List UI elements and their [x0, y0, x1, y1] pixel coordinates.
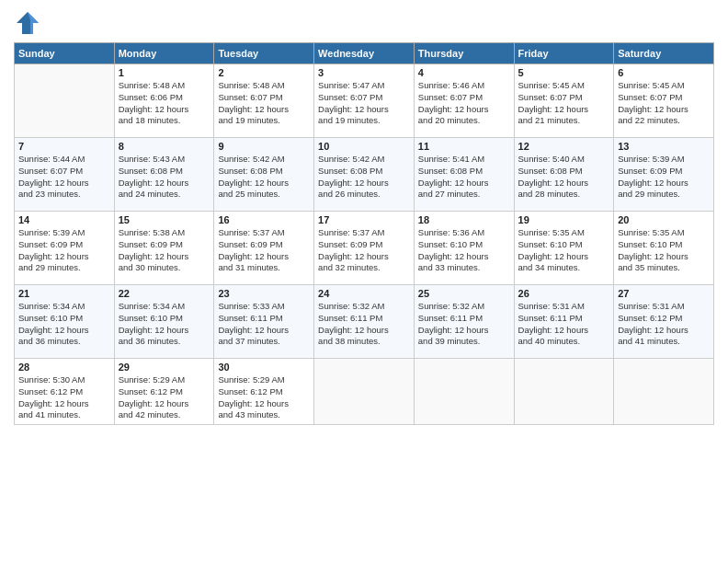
- calendar-cell: [414, 359, 514, 425]
- day-number: 1: [119, 67, 210, 78]
- day-info: Sunrise: 5:45 AM Sunset: 6:07 PM Dayligh…: [518, 80, 610, 127]
- day-number: 15: [119, 214, 210, 225]
- calendar-cell: 26Sunrise: 5:31 AM Sunset: 6:11 PM Dayli…: [514, 285, 614, 359]
- calendar-cell: 23Sunrise: 5:33 AM Sunset: 6:11 PM Dayli…: [214, 285, 314, 359]
- header: [14, 9, 714, 37]
- calendar-week-2: 7Sunrise: 5:44 AM Sunset: 6:07 PM Daylig…: [15, 138, 714, 212]
- calendar-cell: 24Sunrise: 5:32 AM Sunset: 6:11 PM Dayli…: [314, 285, 415, 359]
- day-number: 3: [318, 67, 410, 78]
- day-info: Sunrise: 5:32 AM Sunset: 6:11 PM Dayligh…: [318, 301, 410, 348]
- day-number: 6: [618, 67, 710, 78]
- calendar-cell: 11Sunrise: 5:41 AM Sunset: 6:08 PM Dayli…: [414, 138, 514, 212]
- day-number: 21: [18, 288, 110, 299]
- calendar-cell: 14Sunrise: 5:39 AM Sunset: 6:09 PM Dayli…: [15, 212, 115, 285]
- calendar-cell: 25Sunrise: 5:32 AM Sunset: 6:11 PM Dayli…: [414, 285, 514, 359]
- page: SundayMondayTuesdayWednesdayThursdayFrid…: [0, 0, 728, 563]
- day-info: Sunrise: 5:39 AM Sunset: 6:09 PM Dayligh…: [18, 227, 110, 274]
- calendar-cell: 27Sunrise: 5:31 AM Sunset: 6:12 PM Dayli…: [614, 285, 714, 359]
- day-info: Sunrise: 5:40 AM Sunset: 6:08 PM Dayligh…: [518, 154, 610, 201]
- day-number: 28: [18, 362, 110, 373]
- calendar-cell: 16Sunrise: 5:37 AM Sunset: 6:09 PM Dayli…: [214, 212, 314, 285]
- calendar-header-row: SundayMondayTuesdayWednesdayThursdayFrid…: [15, 43, 714, 64]
- calendar-cell: 30Sunrise: 5:29 AM Sunset: 6:12 PM Dayli…: [214, 359, 314, 425]
- calendar-week-5: 28Sunrise: 5:30 AM Sunset: 6:12 PM Dayli…: [15, 359, 714, 425]
- day-number: 14: [18, 214, 110, 225]
- calendar-cell: [614, 359, 714, 425]
- day-number: 4: [418, 67, 510, 78]
- calendar-header-wednesday: Wednesday: [314, 43, 415, 64]
- calendar-cell: 3Sunrise: 5:47 AM Sunset: 6:07 PM Daylig…: [314, 64, 415, 138]
- day-info: Sunrise: 5:41 AM Sunset: 6:08 PM Dayligh…: [418, 154, 510, 201]
- calendar-header-thursday: Thursday: [414, 43, 514, 64]
- calendar-cell: 2Sunrise: 5:48 AM Sunset: 6:07 PM Daylig…: [214, 64, 314, 138]
- day-info: Sunrise: 5:29 AM Sunset: 6:12 PM Dayligh…: [218, 374, 310, 421]
- day-number: 19: [518, 214, 610, 225]
- day-info: Sunrise: 5:35 AM Sunset: 6:10 PM Dayligh…: [518, 227, 610, 274]
- logo-icon: [14, 9, 41, 37]
- calendar-cell: 9Sunrise: 5:42 AM Sunset: 6:08 PM Daylig…: [214, 138, 314, 212]
- day-number: 26: [518, 288, 610, 299]
- calendar-cell: 18Sunrise: 5:36 AM Sunset: 6:10 PM Dayli…: [414, 212, 514, 285]
- day-info: Sunrise: 5:36 AM Sunset: 6:10 PM Dayligh…: [418, 227, 510, 274]
- calendar-cell: 6Sunrise: 5:45 AM Sunset: 6:07 PM Daylig…: [614, 64, 714, 138]
- day-info: Sunrise: 5:45 AM Sunset: 6:07 PM Dayligh…: [618, 80, 710, 127]
- calendar-week-3: 14Sunrise: 5:39 AM Sunset: 6:09 PM Dayli…: [15, 212, 714, 285]
- day-number: 13: [618, 141, 710, 152]
- day-number: 2: [218, 67, 310, 78]
- day-info: Sunrise: 5:48 AM Sunset: 6:06 PM Dayligh…: [119, 80, 210, 127]
- day-number: 9: [218, 141, 310, 152]
- day-number: 11: [418, 141, 510, 152]
- calendar-cell: 21Sunrise: 5:34 AM Sunset: 6:10 PM Dayli…: [15, 285, 115, 359]
- day-number: 29: [119, 362, 210, 373]
- calendar-cell: 8Sunrise: 5:43 AM Sunset: 6:08 PM Daylig…: [114, 138, 214, 212]
- logo: [14, 9, 45, 37]
- calendar-cell: 13Sunrise: 5:39 AM Sunset: 6:09 PM Dayli…: [614, 138, 714, 212]
- day-number: 30: [218, 362, 310, 373]
- calendar-cell: 28Sunrise: 5:30 AM Sunset: 6:12 PM Dayli…: [15, 359, 115, 425]
- day-number: 25: [418, 288, 510, 299]
- calendar-cell: 15Sunrise: 5:38 AM Sunset: 6:09 PM Dayli…: [114, 212, 214, 285]
- calendar-cell: 1Sunrise: 5:48 AM Sunset: 6:06 PM Daylig…: [114, 64, 214, 138]
- day-info: Sunrise: 5:42 AM Sunset: 6:08 PM Dayligh…: [318, 154, 410, 201]
- calendar-header-sunday: Sunday: [15, 43, 115, 64]
- day-info: Sunrise: 5:33 AM Sunset: 6:11 PM Dayligh…: [218, 301, 310, 348]
- calendar-header-friday: Friday: [514, 43, 614, 64]
- calendar-cell: 19Sunrise: 5:35 AM Sunset: 6:10 PM Dayli…: [514, 212, 614, 285]
- day-info: Sunrise: 5:46 AM Sunset: 6:07 PM Dayligh…: [418, 80, 510, 127]
- day-info: Sunrise: 5:39 AM Sunset: 6:09 PM Dayligh…: [618, 154, 710, 201]
- day-number: 17: [318, 214, 410, 225]
- calendar-week-1: 1Sunrise: 5:48 AM Sunset: 6:06 PM Daylig…: [15, 64, 714, 138]
- day-number: 24: [318, 288, 410, 299]
- calendar-cell: 12Sunrise: 5:40 AM Sunset: 6:08 PM Dayli…: [514, 138, 614, 212]
- day-number: 23: [218, 288, 310, 299]
- day-number: 12: [518, 141, 610, 152]
- calendar-header-tuesday: Tuesday: [214, 43, 314, 64]
- day-info: Sunrise: 5:38 AM Sunset: 6:09 PM Dayligh…: [119, 227, 210, 274]
- calendar-cell: 17Sunrise: 5:37 AM Sunset: 6:09 PM Dayli…: [314, 212, 415, 285]
- day-info: Sunrise: 5:35 AM Sunset: 6:10 PM Dayligh…: [618, 227, 710, 274]
- day-info: Sunrise: 5:42 AM Sunset: 6:08 PM Dayligh…: [218, 154, 310, 201]
- day-info: Sunrise: 5:32 AM Sunset: 6:11 PM Dayligh…: [418, 301, 510, 348]
- day-info: Sunrise: 5:34 AM Sunset: 6:10 PM Dayligh…: [119, 301, 210, 348]
- calendar-cell: 20Sunrise: 5:35 AM Sunset: 6:10 PM Dayli…: [614, 212, 714, 285]
- day-info: Sunrise: 5:34 AM Sunset: 6:10 PM Dayligh…: [18, 301, 110, 348]
- calendar-week-4: 21Sunrise: 5:34 AM Sunset: 6:10 PM Dayli…: [15, 285, 714, 359]
- day-info: Sunrise: 5:44 AM Sunset: 6:07 PM Dayligh…: [18, 154, 110, 201]
- day-number: 20: [618, 214, 710, 225]
- day-info: Sunrise: 5:37 AM Sunset: 6:09 PM Dayligh…: [218, 227, 310, 274]
- calendar-cell: 7Sunrise: 5:44 AM Sunset: 6:07 PM Daylig…: [15, 138, 115, 212]
- day-info: Sunrise: 5:47 AM Sunset: 6:07 PM Dayligh…: [318, 80, 410, 127]
- day-info: Sunrise: 5:31 AM Sunset: 6:12 PM Dayligh…: [618, 301, 710, 348]
- calendar-cell: 4Sunrise: 5:46 AM Sunset: 6:07 PM Daylig…: [414, 64, 514, 138]
- calendar-cell: 5Sunrise: 5:45 AM Sunset: 6:07 PM Daylig…: [514, 64, 614, 138]
- day-number: 18: [418, 214, 510, 225]
- calendar-cell: [514, 359, 614, 425]
- calendar-cell: 29Sunrise: 5:29 AM Sunset: 6:12 PM Dayli…: [114, 359, 214, 425]
- day-number: 22: [119, 288, 210, 299]
- day-info: Sunrise: 5:29 AM Sunset: 6:12 PM Dayligh…: [119, 374, 210, 421]
- day-number: 10: [318, 141, 410, 152]
- calendar-cell: 10Sunrise: 5:42 AM Sunset: 6:08 PM Dayli…: [314, 138, 415, 212]
- day-info: Sunrise: 5:30 AM Sunset: 6:12 PM Dayligh…: [18, 374, 110, 421]
- calendar-header-monday: Monday: [114, 43, 214, 64]
- calendar-cell: 22Sunrise: 5:34 AM Sunset: 6:10 PM Dayli…: [114, 285, 214, 359]
